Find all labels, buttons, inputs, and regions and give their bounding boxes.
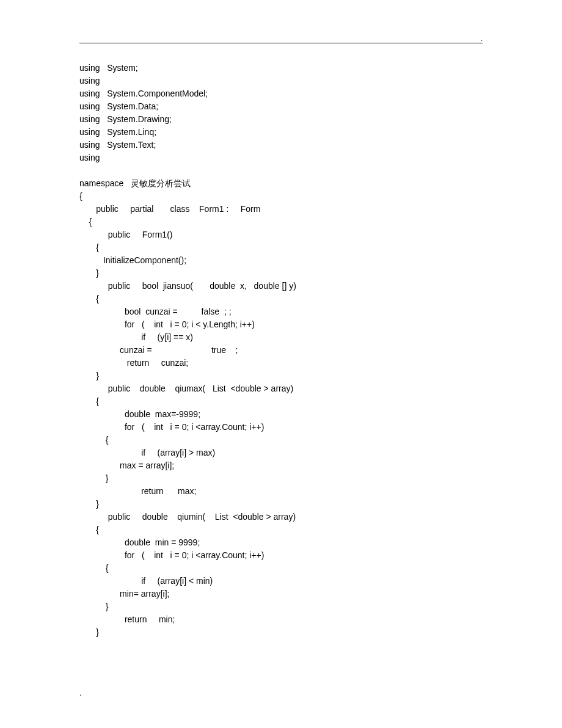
footer-mark: . <box>79 688 82 697</box>
header-rule <box>79 43 483 43</box>
header-mark: . <box>481 35 483 42</box>
code-block: using System; using using System.Compone… <box>79 62 483 639</box>
document-page: . using System; using using System.Compo… <box>0 0 562 728</box>
